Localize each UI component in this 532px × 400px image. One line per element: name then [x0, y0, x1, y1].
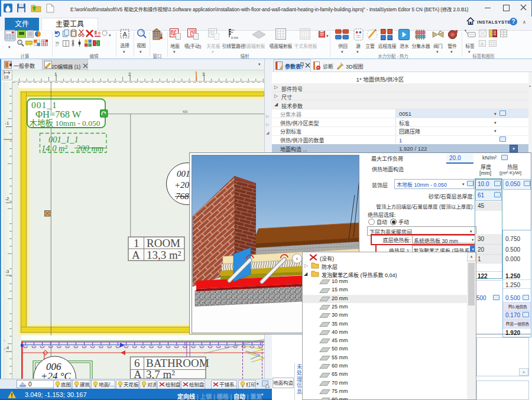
svg-text:A: A — [134, 368, 142, 379]
svg-text:‹: ‹ — [4, 346, 5, 352]
svg-text:1: 1 — [134, 237, 140, 249]
svg-text:+24 °C: +24 °C — [41, 370, 72, 379]
svg-text:3: 3 — [202, 71, 205, 77]
svg-text:13,3 m²: 13,3 m² — [147, 249, 181, 261]
svg-text:‹: ‹ — [4, 337, 5, 343]
svg-text:001: 001 — [177, 169, 190, 178]
svg-text:-2: -2 — [5, 197, 9, 201]
svg-text:A: A — [123, 31, 128, 38]
svg-text:433: 433 — [183, 110, 188, 113]
svg-text:木地板 10mm - 0.050: 木地板 10mm - 0.050 — [30, 119, 100, 128]
svg-text:1: 1 — [54, 71, 57, 77]
svg-text:A: A — [481, 41, 484, 47]
svg-text:-1: -1 — [5, 121, 9, 125]
svg-text:6: 6 — [134, 357, 140, 369]
svg-text:14.0 m²: 14.0 m² — [41, 144, 67, 153]
svg-text:A: A — [132, 249, 140, 261]
svg-text:-4: -4 — [5, 346, 9, 350]
svg-text:ROOM: ROOM — [147, 237, 180, 249]
svg-text:3,7 m²: 3,7 m² — [146, 368, 175, 379]
svg-text:2: 2 — [128, 71, 131, 77]
svg-text:-3: -3 — [5, 269, 9, 274]
svg-text:BATHROOM: BATHROOM — [146, 357, 209, 369]
